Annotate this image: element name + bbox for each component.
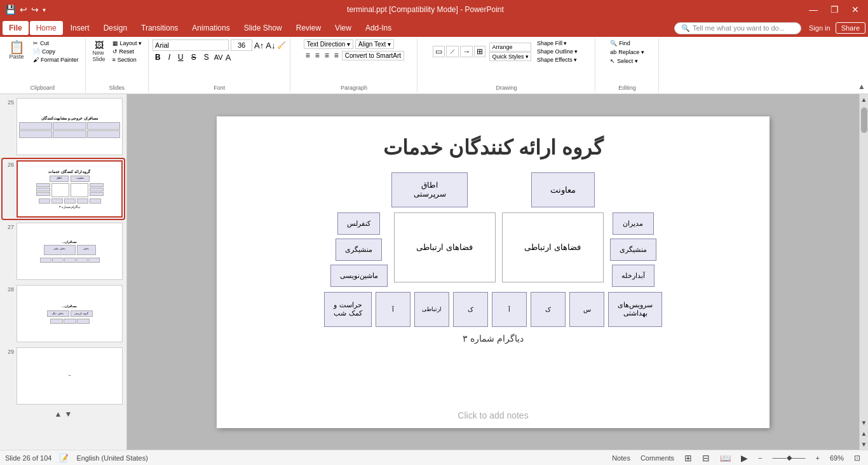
notes-button[interactable]: Notes [609,454,633,462]
minimize-button[interactable]: — [805,3,822,16]
slideshow-button[interactable]: ▶ [738,452,750,464]
new-slide-button[interactable]: 🖼 NewSlide [90,39,109,64]
menu-review[interactable]: Review [290,21,327,35]
canvas-scrollbar[interactable]: ▲ ▼ ▲ ▼ [859,94,868,450]
org-box-monshigari-right[interactable]: منشیگری [336,239,382,261]
format-painter-button[interactable]: 🖌 Format Painter [31,56,81,64]
org-box-conference[interactable]: کنفرلس [337,212,380,235]
increase-font-button[interactable]: A↑ [254,41,264,50]
click-to-add-notes[interactable]: Click to add notes [458,410,528,420]
text-direction-button[interactable]: Text Direction ▾ [304,39,353,49]
shape-fill-button[interactable]: Shape Fill ▾ [535,39,580,47]
bold-button[interactable]: B [153,52,163,62]
layout-button[interactable]: ▦ Layout ▾ [110,39,145,47]
org-box-fazaha-left[interactable]: فضاهای ارتباطی [502,212,604,282]
org-box-moaveniat[interactable]: معاونت [531,172,595,207]
font-color-button[interactable]: A [226,53,231,62]
select-button[interactable]: ↖ Select ▾ [607,57,641,65]
zoom-out-button[interactable]: − [756,454,764,462]
org-box-a2[interactable]: آ [376,292,410,327]
scroll-down-arrow[interactable]: ▼ [65,410,72,419]
arrange-button[interactable]: Arrange [489,43,531,52]
org-box-fazaha-right[interactable]: فضاهای ارتباطی [394,212,496,282]
menu-home[interactable]: Home [30,21,63,35]
slide-item-25[interactable]: 25 مسافران خروجی و مشابهت‌کنندگان [3,97,124,156]
shape-outline-button[interactable]: Shape Outline ▾ [535,48,580,55]
shape-line-icon[interactable]: ⟋ [446,46,459,57]
org-box-herasat[interactable]: حراست وکمک شب [324,292,372,327]
share-button[interactable]: Share [836,22,865,34]
slide-thumb-25[interactable]: مسافران خروجی و مشابهت‌کنندگان [17,98,123,155]
clear-format-button[interactable]: 🧹 [277,41,286,50]
zoom-slider[interactable]: ——◆—— [770,453,808,462]
close-button[interactable]: ✕ [848,3,863,16]
org-box-otagh[interactable]: اطاقسرپرستی [391,172,468,207]
slide-sorter-button[interactable]: ⊟ [700,452,712,464]
scroll-line-down[interactable]: ▼ [859,439,868,450]
org-box-monshigari-left[interactable]: منشیگری [610,239,656,261]
copy-button[interactable]: 📄 Copy [31,48,81,55]
org-box-mashinenvis[interactable]: ماشین‌نویسی [330,265,388,287]
font-name-input[interactable] [153,39,229,51]
org-box-a1[interactable]: آ [492,292,527,327]
org-box-modiran[interactable]: مدیران [613,212,654,235]
menu-transitions[interactable]: Transitions [135,21,184,35]
shape-more-icon[interactable]: ⊞ [474,46,485,57]
zoom-level[interactable]: 69% [827,454,846,462]
scroll-down-button[interactable]: ▼ [859,417,868,428]
menu-addins[interactable]: Add-Ins [359,21,398,35]
align-text-button[interactable]: Align Text ▾ [355,39,394,49]
slide-canvas[interactable]: گروه ارائه کنندگان خدمات معاونت اطاقسرپر… [217,116,770,428]
slide-thumb-29[interactable]: ... [17,347,123,405]
menu-file[interactable]: File [3,21,29,35]
shadow-button[interactable]: S [201,52,212,62]
org-box-s1[interactable]: س [569,292,604,327]
find-button[interactable]: 🔍 Find [607,39,633,47]
org-box-k2[interactable]: ک [453,292,488,327]
comments-button[interactable]: Comments [638,454,677,462]
tell-me-box[interactable]: 🔍 Tell me what you want to do... [674,22,801,34]
menu-animations[interactable]: Animations [186,21,236,35]
scroll-thumb[interactable] [861,108,867,133]
sign-in-button[interactable]: Sign in [809,24,831,32]
slide-item-28[interactable]: 28 مسافران... گروه بازرسی بخش دیگر [3,284,124,344]
ribbon-collapse-button[interactable]: ▲ [858,82,865,91]
menu-slideshow[interactable]: Slide Show [238,21,288,35]
reading-view-button[interactable]: 📖 [717,452,733,464]
slide-item-26[interactable]: 26 گروه ارائه کنندگان خدمات معاونت اطاق [3,159,124,219]
redo-icon[interactable]: ↪ [31,4,39,15]
zoom-in-button[interactable]: + [813,454,822,462]
menu-design[interactable]: Design [97,21,133,35]
shape-arrow-icon[interactable]: → [460,46,473,57]
save-icon[interactable]: 💾 [5,4,16,15]
window-controls[interactable]: — ❐ ✕ [805,3,863,16]
decrease-font-button[interactable]: A↓ [266,41,275,50]
org-box-abdarkhane[interactable]: آبدارخله [612,265,654,287]
org-box-sarvis[interactable]: سرویس‌هایبهداشتی [608,292,662,327]
slide-thumb-26[interactable]: گروه ارائه کنندگان خدمات معاونت اطاق [17,160,123,218]
menu-insert[interactable]: Insert [64,21,96,35]
org-box-ertebati[interactable]: ارتباطی [414,292,449,327]
font-size-input[interactable] [231,39,252,51]
shape-rect-icon[interactable]: ▭ [433,46,445,57]
restore-button[interactable]: ❐ [827,3,843,16]
scroll-line-up[interactable]: ▲ [859,428,868,439]
paste-button[interactable]: 📋 Paste [4,39,29,61]
scroll-up-button[interactable]: ▲ [859,94,868,105]
slide-panel-scroll[interactable]: ▲ ▼ [3,408,124,420]
reset-button[interactable]: ↺ Reset [110,48,145,55]
menu-view[interactable]: View [329,21,358,35]
normal-view-button[interactable]: ⊞ [682,452,695,464]
italic-button[interactable]: I [166,52,173,62]
quick-access-toolbar[interactable]: 💾 ↩ ↪ ▾ [5,4,46,15]
replace-button[interactable]: ab Replace ▾ [607,48,647,56]
align-left-button[interactable]: ≡ [304,50,312,60]
org-box-k1[interactable]: ک [531,292,566,327]
slide-item-29[interactable]: 29 ... [3,346,124,406]
justify-button[interactable]: ≡ [332,50,341,60]
strikethrough-button[interactable]: S [189,52,199,62]
scroll-up-arrow[interactable]: ▲ [55,410,62,419]
slide-item-27[interactable]: 27 مسافران... بخش بخش میانی [3,221,124,281]
fit-slide-button[interactable]: ⊡ [851,453,863,463]
slide-thumb-28[interactable]: مسافران... گروه بازرسی بخش دیگر [17,285,123,342]
